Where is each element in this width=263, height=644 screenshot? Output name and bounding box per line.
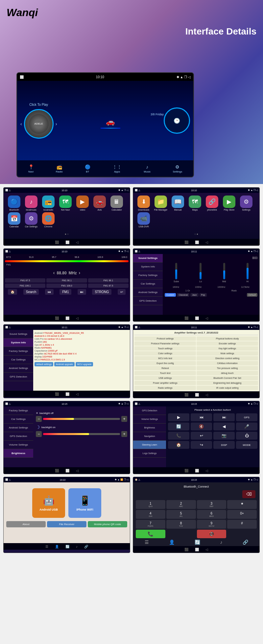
sidebar-system-info[interactable]: System Info [133,263,163,271]
preset-classical[interactable]: Classical [177,293,189,297]
gps-btn-call[interactable]: 📞 [168,432,189,440]
key-7[interactable]: 7PQRS [136,520,165,529]
app-filemanager[interactable]: 📁 File Manager [153,196,169,211]
gps-btn-refresh[interactable]: 🔄 [168,423,189,430]
key-4[interactable]: 4GHI [136,510,165,519]
key-6[interactable]: 6MNO [197,510,227,519]
sysinfo-sidebar-factory[interactable]: Factory Settings [4,347,33,356]
sysinfo-sidebar-android[interactable]: Android Settings [4,364,33,373]
key-5[interactable]: 5JKL [166,510,196,519]
app-phonelink[interactable]: 🔗 phonelink [204,196,220,211]
gps-sidebar-logo[interactable]: Logo Settings [133,449,166,458]
sidebar-car-settings[interactable]: Car Settings [133,280,163,288]
app-settings[interactable]: ⚙ Settings [238,196,254,211]
nav-radio[interactable]: 📻 Radio [56,164,63,173]
key-0plus[interactable]: 0+ [227,510,257,519]
qr-code-btn[interactable]: Mobile phone QR code [88,521,127,527]
key-3[interactable]: 3DEF [197,500,227,509]
app-calendar[interactable]: 📅 Calendar [6,212,22,228]
gps-sidebar-detection[interactable]: GPS Detection [133,406,166,415]
key-9[interactable]: 9WXYZ [197,520,227,529]
nav-bt[interactable]: 🔵 BT [85,164,90,173]
call-btn[interactable]: 📞 [136,530,165,538]
gps-btn-disp[interactable]: DISP [213,441,235,449]
key-1[interactable]: 1QLD [136,500,165,509]
gps-sidebar-volume[interactable]: Volume Settings [133,415,166,424]
mcu-upgrade-btn[interactable]: MCU upgrade [76,362,93,366]
sysinfo-sidebar-sound[interactable]: Sound Settings [4,330,33,338]
sysinfo-sidebar-gps[interactable]: GPS Detection [4,373,33,381]
backlight-on-plus[interactable]: + [121,431,127,437]
app-bluetooth[interactable]: 🔵 Bluetooth [6,196,22,211]
preset-pop[interactable]: Pop [200,293,207,297]
backlight-sidebar-gps[interactable]: GPS Detection [4,432,33,441]
app-localradio[interactable]: 📻 localradio [40,196,56,211]
backlight-sidebar-android[interactable]: Android Settings [4,424,33,432]
key-2[interactable]: 2ABC [166,500,196,509]
sound-sidebar: Sound Settings System Info Factory Setti… [133,254,163,315]
gps-btn-power[interactable]: ⏻ [236,432,257,440]
backspace-btn[interactable]: ⌫ [242,490,255,498]
gps-btn-redo[interactable]: ↪ [191,441,212,449]
gps-btn-camera[interactable]: 📷 [213,432,235,440]
eq-freq-row: 160Hz 100Hz 1000Hz 12.5kHz [165,286,257,288]
sidebar-gps-detection[interactable]: GPS Detection [133,297,163,305]
gps-btn-back[interactable]: ↩ [191,432,212,440]
sidebar-android-settings[interactable]: Android Settings [133,288,163,297]
backlight-sidebar-volume[interactable]: Volume Settings [4,441,33,449]
default-settings-btn[interactable]: default settings [35,362,53,366]
sidebar-sound-settings[interactable]: Sound Settings [133,254,163,263]
backlight-on-minus[interactable]: − [36,431,42,437]
gps-sidebar-brightness[interactable]: Brightness [133,424,166,432]
nav-settings[interactable]: ⚙ Settings [173,164,182,173]
app-chrome[interactable]: 🌐 Chrome [40,212,56,228]
key-hash[interactable]: # [227,520,257,529]
backlight-off-plus[interactable]: + [121,416,127,422]
gps-btn-home[interactable]: 🏠 [168,441,189,449]
gps-btn-next[interactable]: ⏭ [213,413,235,421]
gps-sidebar-navigation[interactable]: Navigation [133,432,166,441]
app-manual[interactable]: 📖 Manual [170,196,186,211]
app-maps[interactable]: 🗺 Maps [187,196,203,211]
gps-btn-voldown[interactable]: ◀ [213,423,235,430]
backlight-sidebar-car[interactable]: Car Settings [4,415,33,424]
gps-btn-mic[interactable]: 🎤 [236,423,257,430]
about-btn[interactable]: About [6,521,46,527]
sysinfo-sidebar-car[interactable]: Car Settings [4,356,33,364]
app-carsettings[interactable]: ⚙ Car Settings [23,212,39,228]
app-usbdvr[interactable]: 📹 USB-DVR [136,212,152,228]
app-video[interactable]: ▶ video [75,196,90,211]
gps-btn-mode[interactable]: MODE [236,441,257,449]
android-upgrade-btn[interactable]: Android upgrade [54,362,75,366]
app-calculator[interactable]: 🖩 Calculator [109,196,125,211]
gps-btn-gps[interactable]: GPS [236,413,257,421]
nav-navi[interactable]: 📍 Navi [28,164,34,173]
backlight-sidebar-factory[interactable]: Factory Settings [4,406,33,415]
bt-statusbar: 🏠 △ 10:15 ✱ ▲ ❐ ◁ [133,477,259,482]
app-avis[interactable]: 🚗 Avis [92,196,108,211]
file-receiver-btn[interactable]: File Receiver [47,521,86,527]
preset-jazz[interactable]: Jazz [190,293,198,297]
gps-sidebar-steering[interactable]: Steering Learn [133,441,166,449]
backlight-off-minus[interactable]: − [36,416,42,422]
backlight-sidebar-brightness[interactable]: Brightness [4,449,33,458]
sysinfo-sidebar-sysinfo[interactable]: System Info [4,338,33,347]
gps-btn-prev[interactable]: ⏮ [191,413,212,421]
default-button[interactable]: Default [247,293,257,297]
end-call-btn[interactable]: 📵 [197,530,227,538]
preset-custom[interactable]: Custom [165,293,176,297]
row-usb-bt: ⬜ △ 10:22 ✱ ▲ 🛜 ❐ ◁ 🤖 Android USB 📱 iPho… [3,477,260,553]
app-downloads[interactable]: ⬇ Downloads [136,196,152,211]
nav-apps[interactable]: ⋮⋮ Apps [112,164,122,173]
app-localmusic[interactable]: ♪ localmusic [23,196,39,211]
gps-btn-mute[interactable]: 🔇 [191,423,212,430]
gps-btn-play[interactable]: ▶ [168,413,189,421]
key-8[interactable]: 8TUV [166,520,196,529]
sidebar-factory-settings[interactable]: Factory Settings [133,271,163,280]
app-playstore[interactable]: ▶ Play Store [221,196,237,211]
android-usb-option[interactable]: 🤖 Android USB [32,488,65,518]
app-netnavi[interactable]: 🗺 Net Navi [58,196,73,211]
key-star[interactable]: ★ [227,500,257,509]
nav-music[interactable]: ♪ Music [144,164,151,173]
iphone-wifi-option[interactable]: 📱 iPhone WiFi [68,488,101,518]
